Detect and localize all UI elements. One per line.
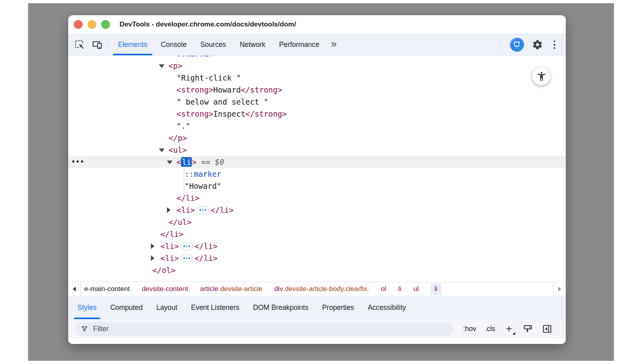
tree-line[interactable]: </p>	[68, 132, 566, 144]
breadcrumb-item[interactable]: div.devsite-article-body.clearfix.	[274, 285, 369, 293]
tree-segment: "."	[177, 121, 190, 130]
sidebar-tab-layout[interactable]: Layout	[149, 296, 184, 319]
tree-line[interactable]: <li></li>	[68, 204, 566, 216]
zoom-window-button[interactable]	[101, 20, 110, 29]
chevron-right-icon	[558, 287, 561, 291]
row-overflow-dots[interactable]: •••	[71, 156, 85, 168]
breadcrumb-item[interactable]: ul	[413, 285, 419, 293]
ellipsis-dot	[205, 209, 206, 211]
tree-segment: </li>	[160, 230, 183, 239]
tree-line[interactable]: </li>	[68, 228, 566, 240]
expand-arrow-icon[interactable]	[159, 148, 165, 152]
sidebar-tab-computed[interactable]: Computed	[104, 296, 150, 319]
accessibility-icon[interactable]	[532, 67, 551, 85]
breadcrumb-scroll-right-button[interactable]	[553, 282, 566, 296]
breadcrumb-item[interactable]: li	[431, 283, 441, 295]
paint-roller-icon[interactable]	[522, 324, 533, 334]
tree-line[interactable]: <p>	[68, 60, 566, 72]
tree-line[interactable]: "Howard"	[68, 180, 566, 192]
bottom-strip	[68, 338, 566, 344]
toggle-class-button[interactable]: .cls	[485, 325, 495, 333]
tree-line[interactable]: "Right-click "	[68, 72, 566, 84]
tree-segment: </li>	[195, 242, 217, 251]
ellipsis-dot	[202, 209, 204, 211]
close-window-button[interactable]	[74, 20, 83, 29]
tree-line[interactable]: <strong>Inspect</strong>	[68, 108, 566, 120]
tree-line[interactable]: <ul>	[68, 144, 566, 156]
inspect-icon[interactable]	[72, 38, 87, 52]
sidebar-tab-accessibility[interactable]: Accessibility	[361, 296, 412, 319]
tree-segment: <strong>	[177, 85, 213, 94]
tab-sources[interactable]: Sources	[193, 34, 233, 55]
breadcrumb-list: e-main-contentdevsite-contentarticle.dev…	[81, 282, 441, 296]
tree-segment: </strong>	[246, 109, 287, 118]
window-title: DevTools - developer.chrome.com/docs/dev…	[120, 20, 296, 28]
expand-arrow-icon[interactable]	[159, 64, 165, 68]
ellipsis-dot	[199, 209, 201, 211]
sidebar-tab-dom-breakpoints[interactable]: DOM Breakpoints	[246, 296, 315, 319]
tree-line[interactable]: </li>	[68, 192, 566, 204]
tab-elements[interactable]: Elements	[111, 34, 154, 55]
ellipsis-badge[interactable]	[181, 243, 193, 250]
toolbar-divider	[108, 39, 108, 50]
collapse-arrow-icon[interactable]	[151, 243, 154, 249]
breadcrumb-item[interactable]: devsite-content	[142, 285, 188, 293]
tree-segment: <	[177, 158, 181, 166]
breadcrumb-item[interactable]: li	[398, 285, 402, 293]
tree-line[interactable]: •••<li> == $0	[68, 156, 566, 168]
ai-assistant-icon[interactable]	[510, 38, 524, 52]
ellipsis-dot	[183, 245, 185, 247]
new-style-rule-button[interactable]: +	[504, 323, 514, 335]
breadcrumb-item[interactable]: ol	[381, 285, 386, 293]
filter-input[interactable]	[92, 324, 448, 334]
ellipsis-dot	[189, 245, 190, 247]
minimize-window-button[interactable]	[87, 20, 96, 29]
tree-segment: <strong>	[177, 109, 213, 118]
breadcrumb-part: li	[435, 285, 438, 293]
breadcrumb-part: ol	[381, 285, 386, 293]
collapse-arrow-icon[interactable]	[151, 255, 154, 261]
tree-segment: "Right-click "	[177, 73, 241, 82]
breadcrumb-item[interactable]: article.devsite-article	[200, 285, 262, 293]
settings-gear-icon[interactable]	[530, 38, 544, 52]
toolbar-right-icons	[497, 38, 566, 52]
tab-network[interactable]: Network	[233, 34, 272, 55]
tree-segment: <ul>	[169, 146, 187, 154]
toolbar-right-divider	[500, 39, 501, 50]
toggle-hover-state-button[interactable]: :hov	[463, 325, 476, 333]
toggle-sidebar-icon[interactable]	[542, 324, 553, 334]
tree-line[interactable]: <li></li>	[68, 240, 566, 252]
breadcrumb-part: article	[200, 285, 218, 293]
breadcrumb-scroll-left-button[interactable]	[68, 282, 81, 296]
ellipsis-badge[interactable]	[197, 206, 209, 214]
kebab-menu-icon[interactable]	[551, 40, 559, 49]
device-toolbar-icon[interactable]	[90, 38, 104, 52]
expand-arrow-icon[interactable]	[167, 160, 173, 164]
breadcrumb-part: ul	[413, 285, 419, 293]
collapse-arrow-icon[interactable]	[167, 207, 171, 213]
breadcrumb-item[interactable]: e-main-content	[84, 285, 130, 293]
dom-tree: ::marker<p>"Right-click "<strong>Howard<…	[68, 56, 566, 282]
tree-line[interactable]: " below and select "	[68, 96, 566, 108]
sidebar-tab-event-listeners[interactable]: Event Listeners	[184, 296, 246, 319]
tree-line[interactable]: ::marker	[68, 56, 566, 60]
tree-segment: ==	[197, 158, 215, 166]
sidebar-tab-properties[interactable]: Properties	[315, 296, 361, 319]
main-toolbar: ElementsConsoleSourcesNetworkPerformance…	[68, 34, 566, 56]
tree-line[interactable]: </ul>	[68, 216, 566, 228]
tree-segment: <li>	[160, 242, 179, 251]
ellipsis-dot	[183, 257, 185, 259]
tree-segment: </strong>	[241, 85, 282, 94]
tab-performance[interactable]: Performance	[272, 34, 326, 55]
tree-segment: </li>	[177, 194, 199, 202]
tree-line[interactable]: "."	[68, 120, 566, 132]
ellipsis-badge[interactable]	[181, 255, 193, 262]
tree-line[interactable]: </ol>	[68, 264, 566, 276]
tree-line[interactable]: <strong>Howard</strong>	[68, 84, 566, 96]
sidebar-tab-styles[interactable]: Styles	[71, 296, 104, 319]
tree-line[interactable]: <li></li>	[68, 252, 566, 264]
tab-console[interactable]: Console	[154, 34, 193, 55]
more-tabs-icon[interactable]: »	[326, 38, 341, 50]
tree-line[interactable]: ::marker	[68, 168, 566, 180]
toolbar-left-icons	[68, 38, 104, 52]
